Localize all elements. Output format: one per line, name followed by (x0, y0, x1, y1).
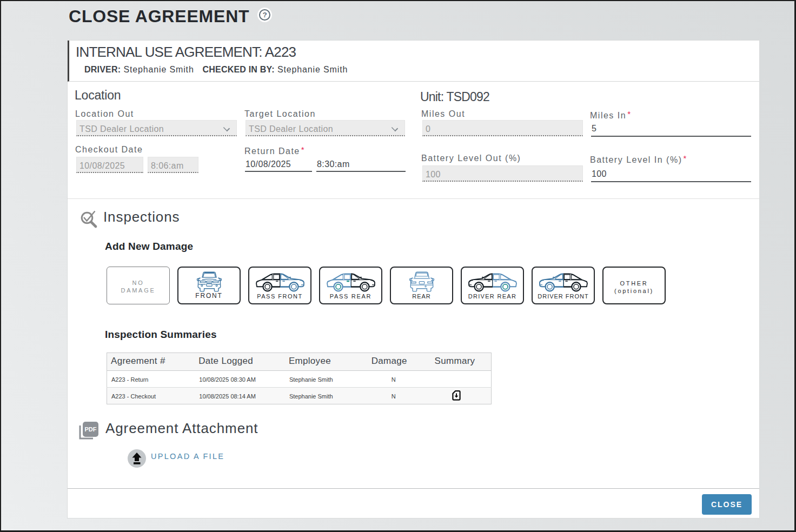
svg-text:PDF: PDF (85, 426, 97, 433)
